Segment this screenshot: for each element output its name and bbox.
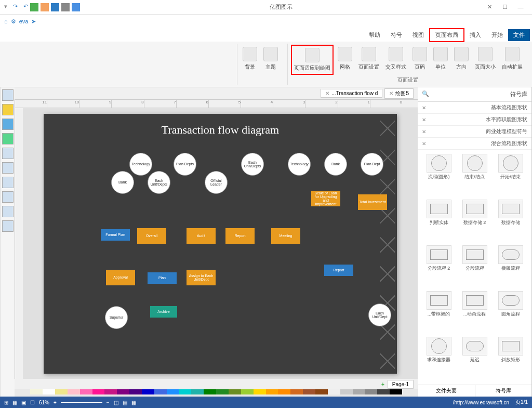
page-setup[interactable]: 页面设置: [356, 45, 381, 75]
side-tab-1[interactable]: 符号库: [475, 385, 532, 397]
tool-rect[interactable]: [2, 119, 14, 130]
shape-11[interactable]: 带框架的...: [422, 291, 456, 335]
tool-pointer[interactable]: [2, 89, 14, 101]
tool-text[interactable]: [2, 162, 14, 174]
fit-to-drawing[interactable]: 页面适应到绘图: [291, 45, 334, 75]
color-swatch[interactable]: [216, 389, 229, 394]
shape-9[interactable]: 圆角流程: [494, 291, 527, 335]
menu-3[interactable]: 页面布局: [429, 28, 464, 42]
theme[interactable]: 主题: [261, 45, 280, 73]
shape-14[interactable]: 求和连接器: [422, 337, 456, 380]
tool-pen[interactable]: [2, 104, 14, 115]
color-swatch[interactable]: [30, 389, 43, 394]
node-n3[interactable]: Technology: [288, 153, 311, 176]
shape-7[interactable]: 分段流程: [458, 245, 491, 289]
color-swatch[interactable]: [191, 389, 204, 394]
color-swatch[interactable]: [229, 389, 241, 394]
shape-5[interactable]: 判断实体: [422, 200, 456, 243]
node-n10[interactable]: Total Investment: [358, 194, 387, 210]
save-icon[interactable]: [51, 3, 59, 11]
export-icon[interactable]: [41, 3, 49, 11]
view-btn-3[interactable]: ◫: [114, 400, 118, 405]
shape-12[interactable]: 斜放矩形: [494, 337, 527, 380]
node-n5[interactable]: Official Leader: [205, 171, 228, 194]
color-swatch[interactable]: [179, 389, 192, 394]
page-tab[interactable]: Page-1: [388, 380, 414, 389]
color-swatch[interactable]: [167, 389, 179, 394]
side-section-3[interactable]: 混合流程图形状✕: [418, 138, 531, 150]
color-swatch[interactable]: [204, 389, 216, 394]
redo-icon[interactable]: ↷: [9, 3, 18, 11]
new-icon[interactable]: [30, 3, 38, 11]
page-number[interactable]: 页码: [410, 45, 429, 75]
side-tab-2[interactable]: 文件夹要: [418, 385, 475, 397]
undo-icon[interactable]: ↶: [20, 3, 28, 11]
node-n4[interactable]: Each Unit/Depts: [241, 153, 264, 176]
node-n9[interactable]: Bank: [111, 171, 134, 194]
view-mode-1[interactable]: ☐: [30, 400, 35, 405]
grid[interactable]: 网格: [336, 45, 354, 75]
section-close-2[interactable]: ✕: [422, 129, 426, 135]
orientation[interactable]: 方向: [452, 45, 471, 75]
side-section-1[interactable]: 水平跨职能图形状✕: [418, 114, 531, 126]
view-mode-4[interactable]: ⊞: [4, 400, 8, 405]
color-swatch[interactable]: [266, 389, 278, 394]
menu-6[interactable]: 帮助: [364, 29, 385, 41]
node-n13[interactable]: Report: [225, 228, 255, 244]
panel-search-icon[interactable]: 🔍: [422, 90, 429, 98]
color-swatch[interactable]: [254, 389, 266, 394]
tool-image[interactable]: [2, 133, 14, 144]
node-n23[interactable]: Each Unit/Dept: [368, 304, 391, 326]
node-n6[interactable]: Plan Depts: [174, 153, 196, 176]
node-n20[interactable]: Approval: [106, 270, 135, 285]
node-n18[interactable]: Assign to Each Unit/Dept: [187, 270, 216, 285]
shape-3[interactable]: 数据存储: [494, 200, 527, 243]
section-close-1[interactable]: ✕: [422, 117, 426, 123]
shape-13[interactable]: 延迟: [458, 337, 491, 380]
shape-6[interactable]: 横版流程: [494, 245, 527, 289]
tool-globe[interactable]: [2, 177, 14, 188]
background[interactable]: 背景: [241, 45, 259, 73]
close-btn[interactable]: ✕: [482, 1, 497, 14]
view-btn-1[interactable]: ▦: [131, 400, 136, 405]
node-n16[interactable]: Formal Plan: [101, 229, 130, 241]
shape-2[interactable]: 流程(圆形): [422, 154, 456, 198]
node-n8[interactable]: Technology: [129, 153, 152, 176]
node-n7[interactable]: Each Unit/Depts: [148, 171, 170, 194]
doc-tab-1[interactable]: Transaction flow d...✕: [321, 89, 382, 98]
doc-tab-0[interactable]: 绘图5✕: [384, 88, 414, 99]
zoom-slider[interactable]: [61, 402, 102, 403]
color-swatch[interactable]: [315, 389, 328, 394]
color-swatch[interactable]: [68, 389, 80, 394]
color-swatch[interactable]: [117, 389, 129, 394]
add-page-btn[interactable]: +: [381, 381, 384, 387]
node-n11[interactable]: Scale of Loan for Upgrading and Improvem…: [311, 191, 340, 206]
shape-1[interactable]: 结束/结点: [458, 154, 491, 198]
tab-close-1[interactable]: ✕: [325, 90, 329, 96]
node-n19[interactable]: Plan: [148, 272, 177, 284]
color-swatch[interactable]: [241, 389, 254, 394]
color-swatch[interactable]: [154, 389, 167, 394]
color-swatch[interactable]: [43, 389, 55, 394]
node-n14[interactable]: Audit: [187, 228, 216, 244]
color-swatch[interactable]: [377, 389, 390, 394]
menu-5[interactable]: 符号: [385, 29, 407, 41]
color-swatch[interactable]: [80, 389, 92, 394]
node-n2[interactable]: Bank: [324, 153, 347, 176]
color-swatch[interactable]: [278, 389, 290, 394]
minimize-btn[interactable]: —: [513, 1, 528, 14]
view-mode-3[interactable]: ▦: [12, 400, 17, 405]
node-n22[interactable]: Superior: [105, 306, 128, 329]
auto-expand[interactable]: 自动扩展: [500, 45, 525, 75]
shape-10[interactable]: 动画流程...: [458, 291, 491, 335]
shape-4[interactable]: 数据存储 2: [458, 200, 491, 243]
color-swatch[interactable]: [92, 389, 105, 394]
tool-help[interactable]: [2, 220, 14, 232]
side-section-0[interactable]: 基本流程图形状✕: [418, 102, 531, 114]
zoom-out[interactable]: −: [107, 400, 110, 405]
color-swatch[interactable]: [290, 389, 303, 394]
print-icon[interactable]: [61, 3, 70, 11]
shape-8[interactable]: 分段流程 2: [422, 245, 456, 289]
color-swatch[interactable]: [55, 389, 68, 394]
menu-4[interactable]: 视图: [407, 29, 429, 41]
